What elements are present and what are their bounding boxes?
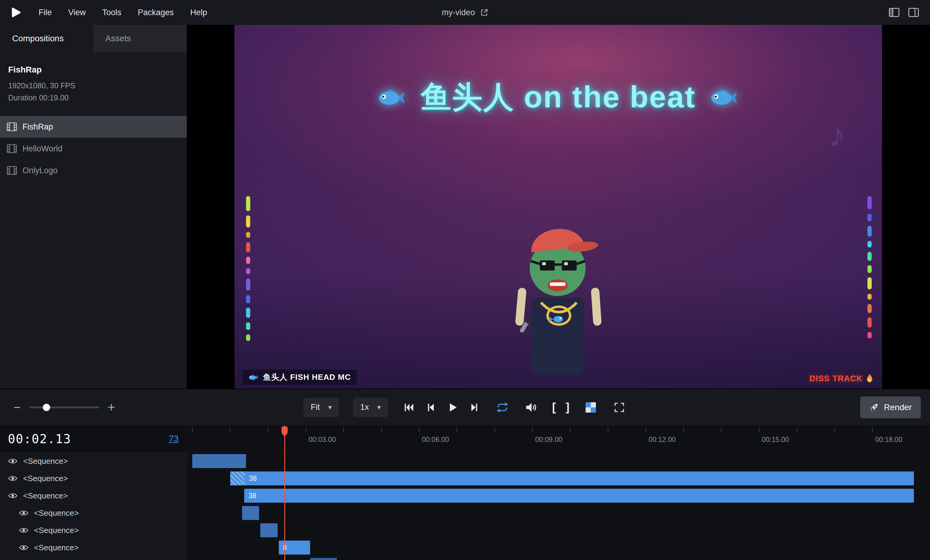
- remotion-logo-icon[interactable]: [9, 6, 23, 19]
- video-title-text: 鱼头人 on the beat: [421, 77, 696, 118]
- timeline-clip[interactable]: 8: [279, 541, 310, 555]
- track-header: <Sequence>: [0, 505, 187, 522]
- track-lane[interactable]: [187, 556, 930, 560]
- track-header: <Sequence>: [0, 556, 187, 560]
- eye-icon[interactable]: [8, 457, 18, 465]
- render-label: Render: [884, 402, 912, 412]
- visualizer-segment: [246, 232, 250, 238]
- composition-label: HelloWorld: [23, 144, 63, 153]
- watermark-left: 鱼头人 FISH HEAD MC: [242, 370, 357, 385]
- track-lane[interactable]: 38: [187, 470, 930, 487]
- zoom-slider-knob[interactable]: [43, 404, 50, 411]
- composition-label: FishRap: [23, 122, 53, 132]
- video-title: 鱼头人 on the beat: [234, 77, 882, 118]
- ruler-tick: [645, 427, 646, 432]
- tab-compositions[interactable]: Compositions: [0, 25, 93, 52]
- track-label: <Sequence>: [34, 526, 79, 535]
- frame-number[interactable]: 73: [169, 434, 179, 444]
- speed-dropdown[interactable]: 1x ▾: [353, 398, 388, 417]
- track-row-3: <Sequence>38: [0, 487, 930, 505]
- timeline-clip[interactable]: 38: [244, 489, 914, 503]
- track-label: <Sequence>: [23, 457, 68, 466]
- transparency-toggle[interactable]: [584, 400, 598, 415]
- fullscreen-button[interactable]: [612, 400, 627, 415]
- timeline-timebox: 00:02.13 73: [0, 425, 187, 452]
- ruler-label: 00:03.00: [306, 436, 336, 444]
- visualizer-segment: [867, 317, 871, 328]
- track-lane[interactable]: [187, 453, 930, 469]
- zoom-slider-track: [29, 407, 99, 408]
- toggle-left-panel-icon[interactable]: [889, 8, 900, 17]
- timeline-clip[interactable]: 38: [230, 471, 914, 485]
- track-row-6: <Sequence>8: [0, 539, 930, 556]
- jump-to-start-button[interactable]: [402, 401, 416, 414]
- track-header: <Sequence>: [0, 539, 187, 556]
- ruler-tick: [570, 427, 570, 432]
- watermark-left-text: 鱼头人 FISH HEAD MC: [263, 372, 351, 382]
- timeline-ruler[interactable]: 00:03.0000:06.0000:09.0000:12.0000:15.00…: [187, 425, 930, 452]
- in-point-button[interactable]: [: [552, 401, 556, 414]
- composition-item-helloworld[interactable]: HelloWorld: [0, 138, 187, 160]
- ruler-tick: [872, 427, 873, 432]
- track-label: <Sequence>: [34, 508, 79, 518]
- menu-item-help[interactable]: Help: [182, 0, 216, 25]
- film-icon: [7, 122, 17, 131]
- composition-item-onlylogo[interactable]: OnlyLogo: [0, 160, 187, 181]
- fish-icon: [710, 87, 739, 109]
- menu-item-tools[interactable]: Tools: [94, 0, 130, 25]
- play-button[interactable]: [446, 401, 459, 414]
- jump-to-end-button[interactable]: [468, 401, 481, 414]
- player-controls: − + Fit ▾ 1x ▾: [0, 388, 930, 425]
- track-lane[interactable]: 38: [187, 487, 930, 504]
- eye-icon[interactable]: [8, 475, 18, 482]
- timeline-clip[interactable]: [192, 454, 246, 468]
- menu-item-view[interactable]: View: [60, 0, 94, 25]
- track-lane[interactable]: [187, 505, 930, 522]
- ruler-tick: [759, 427, 759, 432]
- eye-icon[interactable]: [19, 544, 29, 551]
- project-title-label: my-video: [442, 8, 475, 17]
- ruler-tick: [268, 427, 268, 432]
- track-lane[interactable]: 8: [187, 539, 930, 556]
- composition-list: FishRapHelloWorldOnlyLogo: [0, 116, 187, 181]
- ruler-tick: [419, 427, 419, 432]
- out-point-button[interactable]: ]: [565, 401, 570, 414]
- timeline-clip[interactable]: [310, 558, 337, 560]
- visualizer-segment: [246, 278, 250, 291]
- zoom-group: − +: [13, 389, 115, 425]
- ruler-label: 00:15.00: [759, 436, 789, 444]
- ruler-tick: [456, 427, 457, 432]
- volume-button[interactable]: [524, 400, 538, 415]
- project-title[interactable]: my-video: [442, 8, 488, 17]
- menu-item-packages[interactable]: Packages: [130, 0, 182, 25]
- zoom-out-button[interactable]: −: [13, 401, 21, 414]
- playhead-line[interactable]: [284, 425, 285, 560]
- eye-icon[interactable]: [19, 527, 29, 534]
- menu-item-file[interactable]: File: [30, 0, 60, 25]
- timeline-clip[interactable]: [242, 506, 259, 520]
- eye-icon[interactable]: [8, 492, 18, 499]
- eye-icon[interactable]: [19, 509, 29, 517]
- ruler-tick: [343, 427, 344, 432]
- visualizer-segment: [246, 308, 250, 318]
- toggle-right-panel-icon[interactable]: [908, 8, 919, 17]
- zoom-slider[interactable]: [29, 401, 99, 413]
- visualizer-segment: [867, 304, 871, 313]
- ruler-tick: [835, 427, 835, 432]
- zoom-in-button[interactable]: +: [108, 401, 115, 414]
- player-canvas[interactable]: ♪: [234, 25, 882, 388]
- timeline-clip[interactable]: [260, 523, 277, 537]
- ruler-label: 00:09.00: [532, 436, 562, 444]
- fit-dropdown[interactable]: Fit ▾: [303, 398, 339, 417]
- previous-frame-button[interactable]: [424, 401, 437, 414]
- composition-item-fishrap[interactable]: FishRap: [0, 116, 187, 138]
- tab-assets[interactable]: Assets: [93, 25, 187, 52]
- visualizer-segment: [246, 268, 250, 274]
- loop-button[interactable]: [495, 400, 510, 415]
- visualizer-segment: [867, 226, 871, 236]
- track-lane[interactable]: [187, 522, 930, 539]
- clip-hatch: [230, 471, 245, 485]
- visualizer-segment: [246, 215, 250, 227]
- playhead-marker[interactable]: [282, 427, 288, 433]
- render-button[interactable]: Render: [860, 396, 921, 418]
